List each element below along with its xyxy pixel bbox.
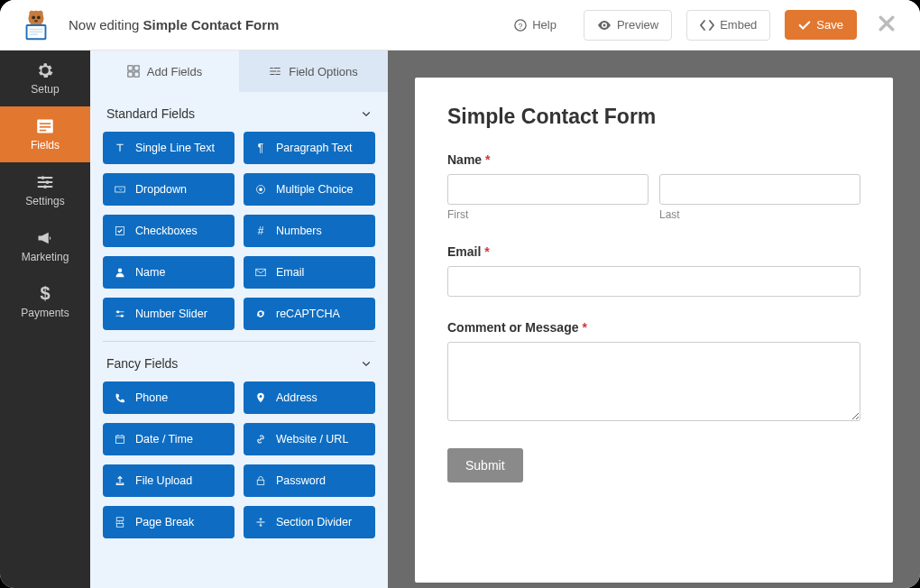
form-field-name[interactable]: Name * First Last	[447, 152, 860, 221]
sidebar-item-label: Fields	[31, 139, 60, 152]
form-preview: Simple Contact Form Name * First Last	[388, 51, 920, 588]
tab-add-fields[interactable]: Add Fields	[90, 51, 239, 92]
svg-rect-23	[134, 66, 139, 70]
sidebar-item-setup[interactable]: Setup	[0, 51, 90, 106]
upload-icon	[114, 474, 126, 487]
field-email[interactable]: Email	[244, 256, 375, 289]
field-number-slider[interactable]: Number Slider	[103, 298, 235, 330]
svg-point-20	[43, 185, 47, 188]
tab-field-options[interactable]: Field Options	[239, 51, 388, 92]
svg-rect-10	[29, 33, 38, 34]
field-name[interactable]: Name	[103, 256, 235, 289]
lock-icon	[254, 474, 267, 487]
field-phone[interactable]: Phone	[103, 381, 235, 414]
comment-textarea[interactable]	[447, 342, 860, 421]
field-checkboxes[interactable]: Checkboxes	[103, 215, 235, 247]
form-card[interactable]: Simple Contact Form Name * First Last	[415, 78, 893, 583]
field-single-line-text[interactable]: Single Line Text	[103, 132, 235, 164]
field-numbers[interactable]: #Numbers	[244, 215, 375, 247]
submit-button[interactable]: Submit	[447, 448, 523, 482]
preview-button[interactable]: Preview	[584, 10, 672, 41]
chevron-down-icon	[361, 358, 372, 369]
form-field-comment[interactable]: Comment or Message *	[447, 320, 860, 425]
svg-rect-31	[256, 269, 266, 276]
help-button[interactable]: ? Help	[501, 11, 569, 39]
sidebar-item-label: Setup	[31, 83, 59, 96]
recaptcha-icon	[254, 308, 267, 320]
code-icon	[700, 18, 714, 32]
form-title: Simple Contact Form	[447, 105, 860, 129]
user-icon	[114, 266, 126, 279]
link-icon	[254, 433, 267, 446]
text-icon	[114, 142, 126, 154]
chevron-down-icon	[361, 108, 372, 119]
checkbox-icon	[114, 225, 126, 237]
page-break-icon	[114, 516, 126, 528]
first-name-input[interactable]	[447, 174, 649, 205]
save-button[interactable]: Save	[785, 10, 857, 40]
check-icon	[798, 19, 811, 32]
svg-point-3	[32, 15, 35, 19]
sidebar-item-settings[interactable]: Settings	[0, 162, 90, 218]
hash-icon: #	[254, 225, 267, 237]
sidebar-item-marketing[interactable]: Marketing	[0, 218, 90, 274]
svg-point-4	[37, 15, 41, 19]
field-file-upload[interactable]: File Upload	[103, 464, 235, 497]
sidebar-item-label: Marketing	[22, 251, 69, 263]
svg-point-19	[46, 180, 50, 184]
form-label: Comment or Message *	[447, 320, 860, 335]
svg-rect-22	[128, 66, 133, 70]
svg-point-13	[603, 23, 605, 26]
calendar-icon	[114, 433, 126, 446]
svg-rect-15	[40, 123, 51, 124]
close-button[interactable]	[871, 10, 902, 41]
close-icon	[879, 15, 895, 32]
field-recaptcha[interactable]: reCAPTCHA	[244, 298, 375, 330]
form-label: Name *	[447, 152, 860, 167]
svg-point-2	[38, 10, 43, 15]
list-icon	[36, 117, 54, 135]
svg-rect-25	[134, 72, 139, 77]
group-header-standard-fields[interactable]: Standard Fields	[103, 92, 375, 132]
sidebar-item-fields[interactable]: Fields	[0, 106, 90, 162]
pin-icon	[254, 391, 267, 404]
sidebar: Setup Fields Settings Marketing $ Paymen…	[0, 51, 90, 588]
svg-rect-36	[116, 518, 124, 521]
svg-point-30	[118, 269, 123, 273]
paragraph-icon: ¶	[254, 142, 267, 154]
svg-text:?: ?	[519, 21, 523, 30]
form-field-email[interactable]: Email *	[447, 244, 860, 297]
svg-rect-37	[116, 524, 124, 528]
field-multiple-choice[interactable]: Multiple Choice	[244, 173, 375, 206]
fields-panel: Add Fields Field Options Standard Fields…	[90, 51, 388, 588]
last-name-input[interactable]	[659, 174, 860, 205]
field-dropdown[interactable]: Dropdown	[103, 173, 235, 206]
sidebar-item-payments[interactable]: $ Payments	[0, 274, 90, 330]
field-paragraph-text[interactable]: ¶Paragraph Text	[244, 132, 375, 164]
slider-icon	[114, 308, 126, 320]
svg-point-18	[41, 176, 45, 179]
divider-icon	[254, 516, 267, 528]
svg-rect-24	[128, 72, 133, 77]
email-input[interactable]	[447, 266, 860, 297]
svg-point-32	[116, 310, 119, 313]
sub-label: First	[447, 208, 649, 221]
field-date-time[interactable]: Date / Time	[103, 423, 235, 455]
field-page-break[interactable]: Page Break	[103, 506, 235, 538]
field-section-divider[interactable]: Section Divider	[244, 506, 375, 538]
eye-icon	[597, 18, 612, 32]
page-title: Now editing Simple Contact Form	[69, 17, 487, 32]
svg-point-33	[121, 315, 124, 317]
group-header-fancy-fields[interactable]: Fancy Fields	[103, 342, 375, 381]
svg-rect-9	[29, 31, 42, 32]
svg-point-5	[34, 20, 38, 22]
embed-button[interactable]: Embed	[686, 10, 770, 41]
sliders-icon	[36, 173, 54, 191]
options-icon	[269, 65, 281, 78]
field-address[interactable]: Address	[244, 381, 375, 414]
phone-icon	[114, 391, 126, 404]
field-password[interactable]: Password	[244, 464, 375, 497]
field-website-url[interactable]: Website / URL	[244, 423, 375, 455]
megaphone-icon	[36, 229, 54, 247]
svg-text:$: $	[40, 285, 50, 303]
